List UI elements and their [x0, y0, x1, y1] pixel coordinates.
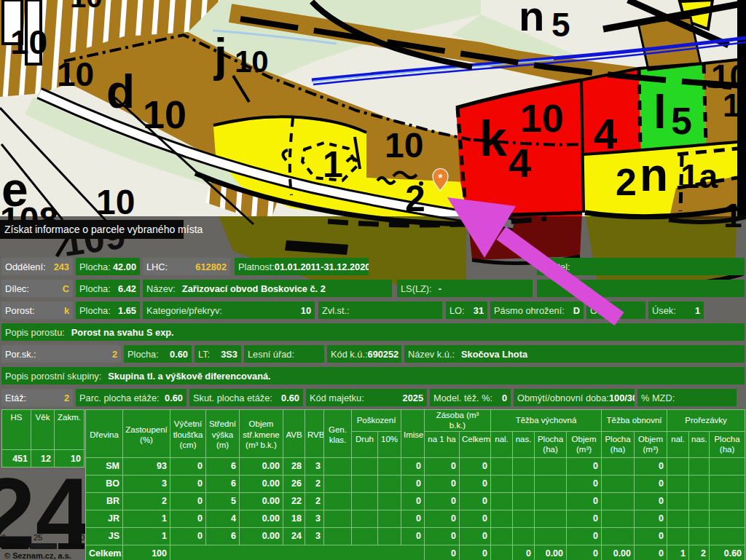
table-cell: 0 [513, 545, 535, 560]
table-cell: 0 [460, 457, 491, 475]
col-subheader: Objem (m³) [635, 431, 667, 457]
table-cell: 26 [283, 475, 305, 492]
col-header: Prořezávky [667, 410, 745, 432]
col-header: Dřevina [86, 410, 123, 458]
table-cell [491, 492, 513, 510]
table-cell [710, 475, 745, 492]
field-etaz: Etáž:2 [1, 389, 73, 406]
table-cell: 0.00 [240, 510, 283, 527]
table-cell: 0 [425, 492, 460, 510]
table-cell [710, 492, 745, 510]
table-cell [352, 510, 378, 527]
table-cell: 0 [567, 475, 602, 492]
table-cell: 18 [283, 510, 305, 527]
col-subheader: Plocha (ha) [710, 431, 745, 457]
col-header: Zakm. [55, 410, 85, 450]
table-cell: 0 [170, 475, 206, 492]
table-cell: 10 [55, 450, 85, 468]
field-lesni-urad: Lesní úřad: [244, 345, 324, 363]
field-porsk: Por.sk.:2 [1, 345, 121, 363]
table-cell: 0 [567, 510, 602, 527]
field-popis-skupiny: Popis porostní skupiny:Skupina tl. a výš… [1, 367, 745, 384]
field-kod-ku: Kód k.ú.:690252 [327, 345, 401, 363]
table-cell: 1 [123, 527, 170, 545]
field-plocha-dilec: Plocha:6.42 [76, 280, 140, 297]
table-cell [535, 457, 567, 475]
table-cell [513, 492, 535, 510]
table-cell [491, 475, 513, 492]
stand-table: DřevinaZastoupení (%)Výčetní tloušťka (c… [85, 409, 745, 560]
field-lt: LT:3S3 [195, 345, 241, 363]
table-cell: 0.00 [535, 545, 567, 560]
species-row: BO3060.0026200000 [86, 475, 745, 492]
table-cell: 0 [635, 527, 667, 545]
table-cell: 0 [170, 457, 206, 475]
field-kategorie: Kategorie/překryv:10 [143, 301, 315, 319]
field-oddeleni: Oddělení:243 [1, 258, 73, 275]
table-cell: 0 [425, 475, 460, 492]
table-cell [602, 510, 635, 527]
table-cell: 2 [689, 545, 710, 560]
table-cell: 93 [123, 457, 170, 475]
table-cell: 24 [283, 527, 305, 545]
map-tooltip-text: Získat informace o parcele vybraného mís… [4, 224, 203, 235]
total-label: Celkem: [86, 545, 123, 560]
table-cell: 0 [567, 457, 602, 475]
table-cell: 0 [635, 475, 667, 492]
table-cell: 0 [401, 492, 425, 510]
table-cell: 0 [635, 510, 667, 527]
table-cell [324, 527, 352, 545]
col-header: Střední výška (m) [206, 410, 240, 458]
table-cell [513, 475, 535, 492]
gis-forestry-app: 10 10 10 d 10 j 10 e 108 10 1 2 10 k 4 1… [0, 0, 746, 560]
table-cell: 0.60 [710, 545, 745, 560]
col-header: Objem stř.kmene (m³ b.k.) [240, 410, 283, 458]
species-row: SM93060.0028300000 [86, 457, 745, 475]
table-cell [535, 510, 567, 527]
col-header: Zásoba (m³ b.k.) [425, 410, 491, 432]
table-cell: 2 [305, 492, 324, 510]
col-subheader: Objem (m³) [567, 431, 602, 457]
table-cell [602, 527, 635, 545]
field-olh: OLH: [586, 301, 645, 319]
col-header: Zastoupení (%) [123, 410, 170, 458]
table-cell: 2 [123, 492, 170, 510]
field-plocha-porost: Plocha:1.65 [76, 301, 140, 319]
table-cell [324, 510, 352, 527]
table-cell [667, 475, 689, 492]
total-row: Celkem:1000000.0000.000120.60 [86, 545, 745, 560]
table-cell [667, 492, 689, 510]
table-cell [378, 527, 401, 545]
table-cell: 6 [206, 457, 240, 475]
field-lhc: LHC:612802 [143, 258, 230, 275]
field-porost: Porost:k [1, 301, 73, 319]
col-header: Gen. klas. [324, 410, 352, 458]
table-cell [689, 457, 710, 475]
col-header: AVB [283, 410, 305, 458]
table-cell: SM [86, 457, 123, 475]
table-cell [710, 457, 745, 475]
field-pasmo-ohrozeni: Pásmo ohrožení:D [490, 301, 584, 319]
table-cell [491, 545, 513, 560]
table-cell [513, 510, 535, 527]
col-header: Těžba obnovní [602, 410, 667, 432]
parcel-info-panel: Oddělení:243 Plocha:42.00 LHC:612802 Pla… [0, 0, 746, 560]
col-subheader: Plocha (ha) [535, 431, 567, 457]
table-cell [491, 457, 513, 475]
table-cell: 3 [305, 527, 324, 545]
table-cell [602, 457, 635, 475]
table-cell [324, 475, 352, 492]
table-cell: 28 [283, 457, 305, 475]
table-cell: 0 [401, 527, 425, 545]
table-cell: 0 [170, 527, 206, 545]
table-cell: 0 [401, 457, 425, 475]
field-zvlst: Zvl.st.: [318, 301, 442, 319]
table-cell [602, 492, 635, 510]
table-cell [378, 492, 401, 510]
table-cell: 451 [2, 450, 31, 468]
table-cell: JR [86, 510, 123, 527]
table-cell: JS [86, 527, 123, 545]
species-row: BR2050.0022200000 [86, 492, 745, 510]
table-cell: 6 [206, 475, 240, 492]
table-cell: 0 [401, 475, 425, 492]
